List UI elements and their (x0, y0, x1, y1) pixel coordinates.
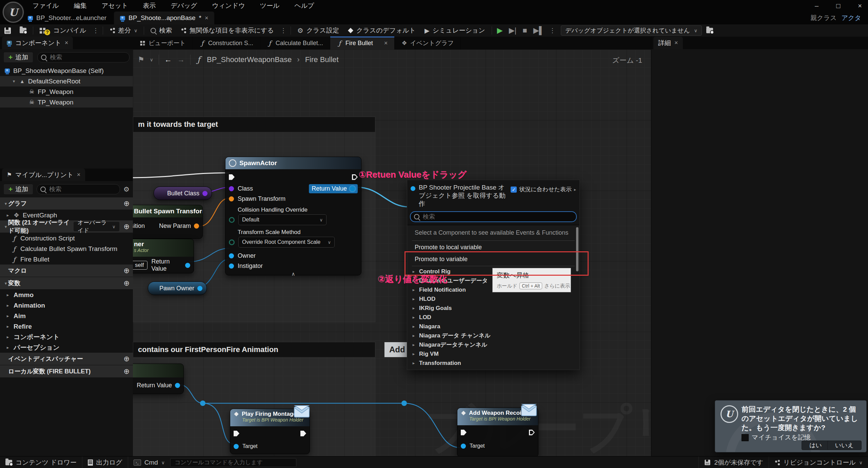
components-search-input[interactable] (49, 54, 126, 61)
close-tab-icon[interactable]: × (205, 15, 209, 22)
class-pin[interactable] (202, 191, 208, 196)
close-icon[interactable]: × (77, 171, 81, 178)
expand-arrow-icon[interactable]: ▸ (5, 334, 10, 339)
comment-title[interactable]: m it towards the target (133, 117, 375, 132)
context-menu-search[interactable] (410, 211, 577, 222)
menu-edit[interactable]: 編集 (74, 1, 87, 10)
save-button[interactable] (0, 24, 15, 37)
compile-button[interactable]: ? コンパイル (35, 24, 91, 37)
expand-arrow-icon[interactable]: ▸ (5, 345, 10, 350)
local-variables-section-header[interactable]: ローカル変数 (FIRE BULLET) ⊕ (0, 365, 133, 378)
my-blueprint-tab[interactable]: ⚑ マイブル...プリント × (2, 169, 85, 181)
checkbox-checked-icon[interactable]: ✓ (511, 187, 517, 193)
asset-tab-launcher[interactable]: BP_Shooter...eLauncher (22, 12, 113, 24)
variable-category-refire[interactable]: ▸ Refire (0, 321, 133, 332)
expand-arrow-icon[interactable]: ▸ (5, 324, 10, 329)
reroute-node[interactable] (401, 401, 407, 406)
expand-arrow-icon[interactable]: ▸ (574, 187, 576, 192)
remember-choice[interactable]: マイチョイスを記憶 (742, 433, 811, 442)
target-pin[interactable] (234, 444, 239, 449)
expand-arrow-icon[interactable]: ▸ (5, 213, 10, 218)
nav-forward-icon[interactable]: → (177, 55, 185, 64)
scale-method-pin[interactable] (229, 239, 235, 245)
cmd-dropdown[interactable]: ›_ Cmd ∨ (128, 456, 170, 468)
parent-class-link[interactable]: アクタ (842, 14, 861, 22)
maximize-button[interactable]: □ (836, 2, 840, 10)
return-value-pin[interactable] (350, 186, 355, 191)
variable-category-ammo[interactable]: ▸ Ammo (0, 290, 133, 300)
category-niagara-data-channel[interactable]: ▸Niagara データ チャンネル (407, 331, 579, 340)
owner-pin[interactable] (229, 253, 234, 258)
class-defaults-button[interactable]: クラスのデフォルト (343, 24, 420, 37)
frame-skip-button[interactable]: ▶| (506, 26, 520, 35)
component-row-scene-root[interactable]: ▾ ▲ DefaultSceneRoot (0, 76, 133, 86)
new-param-pin[interactable] (194, 223, 199, 229)
target-pin[interactable] (461, 444, 466, 449)
skip-to-end-button[interactable]: ▶▌ (530, 26, 548, 35)
minimize-button[interactable]: – (815, 2, 818, 10)
object-pin[interactable] (197, 286, 202, 291)
class-settings-button[interactable]: ⚙ クラス設定 (293, 24, 343, 37)
exec-out-pin[interactable] (352, 174, 358, 180)
tab-viewport[interactable]: ビューポート (133, 37, 193, 50)
details-tab[interactable]: 詳細 × (653, 37, 683, 49)
scale-method-dropdown[interactable]: Override Root Component Scale ∨ (238, 237, 335, 248)
asset-tab-weaponbase[interactable]: BP_Shoote...aponBase * × (114, 12, 214, 24)
macros-section-header[interactable]: マクロ ⊕ (0, 265, 133, 277)
console-command-input[interactable] (174, 459, 293, 466)
collision-pin[interactable] (229, 217, 235, 223)
exec-in-pin[interactable] (461, 430, 467, 435)
close-icon[interactable]: × (384, 40, 388, 47)
functions-section-header[interactable]: ▾ 関数 (21 オーバーライド可能) オーバーライド ∨ ⊕ (0, 220, 133, 233)
yes-button[interactable]: はい (802, 441, 830, 450)
category-niagara[interactable]: ▸Niagara (407, 322, 579, 331)
variable-category-perception[interactable]: ▸ パーセプション (0, 342, 133, 353)
tab-calculate-bullet[interactable]: ƒ Calculate Bullet... (260, 37, 330, 50)
unsaved-assets-button[interactable]: 2個が未保存です (698, 456, 769, 468)
debug-browse-button[interactable] (702, 24, 717, 37)
variable-category-components[interactable]: ▸ コンポーネント (0, 332, 133, 342)
browse-button[interactable] (15, 24, 31, 37)
menu-view[interactable]: 表示 (143, 1, 156, 10)
return-value-pin-highlighted[interactable]: Return Value (309, 184, 358, 193)
node-bullet-class[interactable]: Bullet Class (154, 187, 212, 200)
bookmark-icon[interactable]: ⚑ (138, 55, 144, 64)
close-icon[interactable]: × (674, 39, 678, 46)
components-tab[interactable]: コンポーネント × (2, 37, 73, 49)
variables-section-header[interactable]: ▾ 変数 ⊕ (0, 277, 133, 290)
category-hlod[interactable]: ▸HLOD (407, 294, 579, 304)
dispatchers-section-header[interactable]: イベントディスパッチャー ⊕ (0, 353, 133, 365)
breadcrumb-root[interactable]: BP_ShooterWeaponBase (207, 55, 292, 64)
tab-construction-script[interactable]: ƒ Construction S... (193, 37, 260, 50)
node-pawn-owner[interactable]: Pawn Owner (148, 281, 207, 295)
find-button[interactable]: 検索 (146, 24, 176, 37)
compile-options-icon[interactable]: ⋮ (91, 27, 101, 34)
category-lod[interactable]: ▸LOD (407, 313, 579, 322)
category-niagara-data-channel-2[interactable]: ▸Niagaraデータチャンネル (407, 340, 579, 349)
no-button[interactable]: いいえ (827, 441, 862, 450)
exec-out-pin[interactable] (300, 431, 306, 436)
component-row-tp-weapon[interactable]: ☠ TP_Weapon (0, 97, 133, 108)
play-options-icon[interactable]: ⋮ (547, 27, 557, 34)
add-dispatcher-icon[interactable]: ⊕ (123, 355, 130, 363)
content-drawer-button[interactable]: コンテンツ ドロワー (0, 456, 82, 468)
add-blueprint-item-button[interactable]: + 追加 (3, 184, 33, 195)
debug-object-dropdown[interactable]: デバッグオブジェクトが選択されていません ∨ (561, 25, 702, 36)
exec-out-pin[interactable] (529, 430, 535, 435)
self-target-box[interactable]: self (133, 261, 147, 270)
function-row-calc-transform[interactable]: ƒ Calculate Bullet Spawn Transform (0, 243, 133, 254)
class-pin[interactable] (229, 186, 234, 191)
spawn-transform-pin[interactable] (229, 196, 234, 201)
my-blueprint-search-input[interactable] (48, 186, 116, 193)
node-get-owner[interactable]: ner s Actor self Return Value (133, 239, 194, 273)
component-row-fp-weapon[interactable]: ☠ FP_Weapon (0, 86, 133, 97)
menu-debug[interactable]: デバッグ (171, 1, 197, 10)
category-rig-vm[interactable]: ▸Rig VM (407, 349, 579, 358)
expand-arrow-icon[interactable]: ▸ (5, 303, 10, 308)
menu-file[interactable]: ファイル (33, 1, 59, 10)
override-dropdown[interactable]: オーバーライド ∨ (74, 222, 120, 231)
collapse-chevron-icon[interactable]: ∧ (225, 271, 361, 277)
hide-unrelated-options-icon[interactable]: ⋮ (278, 27, 289, 34)
checkbox-icon[interactable] (742, 434, 749, 441)
node-spawn-actor[interactable]: SpawnActor Class Return Value Spawn (225, 157, 361, 275)
